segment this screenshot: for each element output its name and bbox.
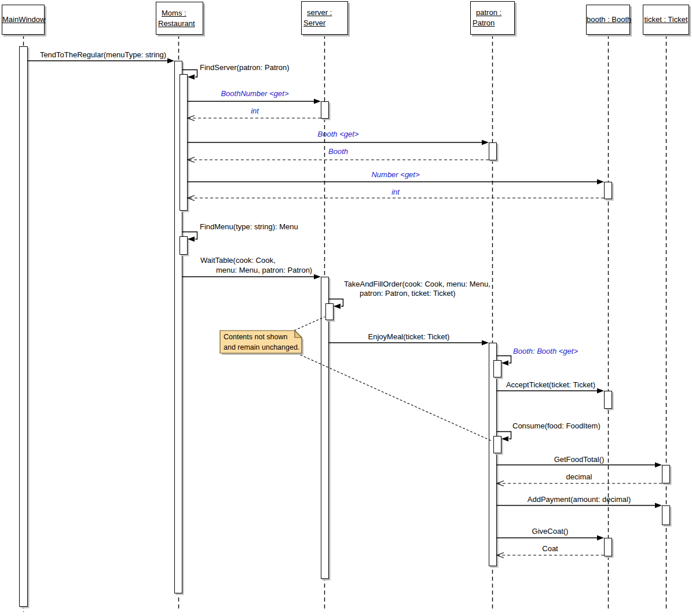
message-label-getfoodtotal: GetFoodTotal() xyxy=(521,455,638,464)
message-label-addpayment: AddPayment(amount: decimal) xyxy=(521,495,638,504)
call-arrowheads xyxy=(167,58,662,541)
lifeline-head-patron: patron : Patron xyxy=(470,1,515,35)
activation-server-takeandfillorder xyxy=(325,303,334,320)
activation-patron-consume xyxy=(493,436,501,453)
lifeline-head-moms: Moms : Restaurant xyxy=(156,2,203,35)
activation-ticket-getfoodtotal xyxy=(662,465,670,483)
lifeline-label: Moms : xyxy=(156,8,203,19)
message-label-booth-get: Booth <get> xyxy=(280,130,397,138)
lifeline-head-booth: booth : Booth xyxy=(586,5,630,35)
message-label-takeandfillorder-line1: TakeAndFillOrder(cook: Cook, menu: Menu, xyxy=(344,280,490,288)
activation-ticket-addpayment xyxy=(662,505,670,525)
self-call-loops xyxy=(182,70,511,439)
lifeline-label: booth : Booth xyxy=(587,14,629,25)
activation-mainwindow xyxy=(19,46,28,607)
activation-moms-findserver xyxy=(180,74,188,211)
lifeline-label: Patron xyxy=(471,18,514,28)
activation-moms-findmenu xyxy=(180,236,188,255)
activation-booth-acceptticket xyxy=(604,391,612,409)
lifeline-label: server : xyxy=(302,8,347,18)
message-label-findmenu: FindMenu(type: string): Menu xyxy=(200,222,298,231)
lifeline-label: patron : xyxy=(471,8,514,18)
message-label-findserver: FindServer(patron: Patron) xyxy=(200,63,290,72)
lifeline-label: Restaurant xyxy=(156,19,203,29)
lifelines-layer xyxy=(0,0,692,616)
activation-patron-boothget xyxy=(489,142,497,160)
message-label-acceptticket: AcceptTicket(ticket: Ticket) xyxy=(492,380,609,389)
lifeline-head-ticket: ticket : Ticket xyxy=(643,5,689,35)
activation-server-main xyxy=(321,277,329,579)
return-label-int-1: int xyxy=(196,107,313,115)
note-line2: and remain unchanged. xyxy=(224,342,299,353)
message-label-givecoat: GiveCoat() xyxy=(492,527,609,536)
lifeline-label: MainWindow xyxy=(2,14,44,25)
message-label-boothnumber-get: BoothNumber <get> xyxy=(196,89,313,98)
sequence-diagram: MainWindow Moms : Restaurant server : Se… xyxy=(0,0,692,616)
lifeline-head-mainwindow: MainWindow xyxy=(2,5,45,35)
note-line1: Contents not shown xyxy=(224,332,299,342)
return-label-booth: Booth xyxy=(280,147,397,156)
lifeline-label: ticket : Ticket xyxy=(643,14,689,25)
return-label-int-2: int xyxy=(337,188,454,196)
activation-server-boothnumber xyxy=(321,101,329,119)
lifeline-label: Server xyxy=(302,18,347,28)
activation-booth-numberget xyxy=(604,182,612,199)
note: Contents not shown and remain unchanged. xyxy=(224,332,299,353)
message-label-boothbooth-get: Booth: Booth <get> xyxy=(513,347,578,355)
message-label-number-get: Number <get> xyxy=(337,170,454,179)
activation-patron-boothbooth xyxy=(493,360,501,377)
message-label-consume: Consume(food: FoodItem) xyxy=(512,421,601,430)
message-label-enjoymeal: EnjoyMeal(ticket: Ticket) xyxy=(350,332,467,341)
message-label-waittable-line2: menu: Menu, patron: Patron) xyxy=(216,266,312,274)
lifeline-head-server: server : Server xyxy=(301,1,348,35)
return-label-decimal: decimal xyxy=(521,472,638,481)
return-label-coat: Coat xyxy=(492,544,609,553)
message-label-tendtotheregular: TendToTheRegular(menuType: string) xyxy=(33,50,173,59)
messages-layer xyxy=(0,0,692,616)
message-label-takeandfillorder-line2: patron: Patron, ticket: Ticket) xyxy=(360,289,455,298)
message-label-waittable-line1: WaitTable(cook: Cook, xyxy=(200,256,276,265)
